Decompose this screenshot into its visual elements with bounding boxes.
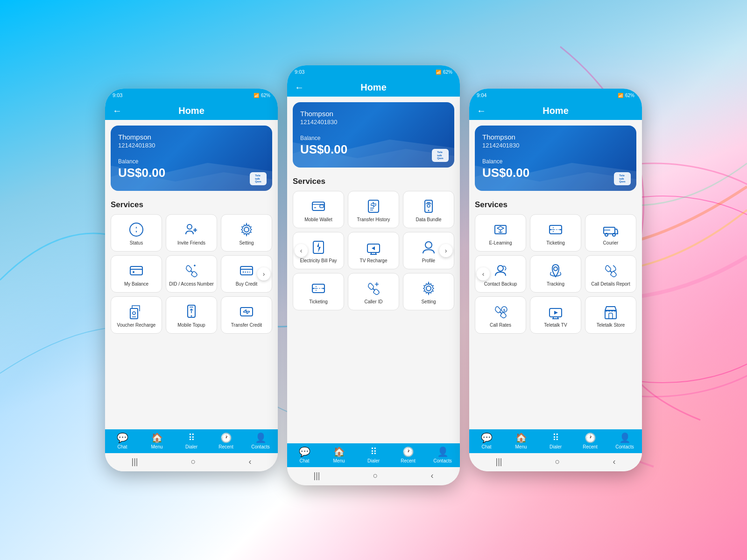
svg-rect-11 bbox=[240, 266, 253, 275]
phone-bottom-left: ||| ○ ‹ bbox=[105, 453, 278, 471]
nav-recent-right[interactable]: 🕐 Recent bbox=[578, 432, 602, 449]
phone-right: 9:04 📶 62% ← Home Thompson 12142401830 B… bbox=[469, 89, 642, 471]
services-grid-right: E-Learning Ticketing Courier bbox=[475, 214, 636, 334]
service-cdr[interactable]: Call Details Report bbox=[585, 255, 636, 293]
time-left: 9:03 bbox=[113, 92, 122, 98]
balance-label-center: Balance bbox=[300, 135, 447, 141]
back-button-right[interactable]: ← bbox=[477, 105, 486, 116]
balance-amount-right: US$0.00 bbox=[482, 166, 629, 180]
status-bar-left: 9:03 📶 62% bbox=[105, 89, 278, 102]
card-number-left: 12142401830 bbox=[118, 142, 265, 149]
service-mybalance[interactable]: My Balance bbox=[111, 255, 162, 293]
nav-dialer-center[interactable]: ⠿ Dialer bbox=[362, 446, 385, 463]
bottom-nav-center: 💬 Chat 🏠 Menu ⠿ Dialer 🕐 Recent 👤 Contac… bbox=[287, 443, 460, 467]
svg-rect-29 bbox=[313, 241, 324, 253]
svg-point-51 bbox=[554, 267, 557, 271]
service-courier[interactable]: Courier bbox=[585, 214, 636, 252]
balance-card-right: Thompson 12142401830 Balance US$0.00 Tel… bbox=[475, 126, 636, 191]
services-title-center: Services bbox=[293, 177, 454, 186]
svg-rect-19 bbox=[240, 308, 253, 316]
service-transfer-history[interactable]: Transfer History bbox=[348, 191, 399, 228]
time-center: 9:03 bbox=[295, 69, 304, 75]
back-button-center[interactable]: ← bbox=[295, 82, 304, 93]
nav-menu-left[interactable]: 🏠 Menu bbox=[145, 432, 169, 449]
nav-menu-center[interactable]: 🏠 Menu bbox=[327, 446, 351, 463]
balance-label-left: Balance bbox=[118, 158, 265, 165]
card-name-right: Thompson bbox=[482, 133, 629, 141]
service-tv-recharge[interactable]: TV Recharge bbox=[348, 232, 399, 269]
phone-center: 9:03 📶 62% ← Home Thompson 12142401830 B… bbox=[287, 65, 460, 485]
svg-point-7 bbox=[244, 227, 249, 232]
phone-bottom-right: ||| ○ ‹ bbox=[469, 453, 642, 471]
svg-point-34 bbox=[425, 242, 432, 248]
teletalk-logo-left: TeletalkQem bbox=[250, 172, 267, 185]
teletalk-logo-right: TeletalkQem bbox=[614, 172, 631, 185]
bottom-nav-left: 💬 Chat 🏠 Menu ⠿ Dialer 🕐 Recent 👤 Contac… bbox=[105, 429, 278, 453]
nav-contacts-left[interactable]: 👤 Contacts bbox=[249, 432, 272, 449]
nav-dialer-left[interactable]: ⠿ Dialer bbox=[180, 432, 203, 449]
service-ticketing-right[interactable]: Ticketing bbox=[530, 214, 581, 252]
services-left: Services Status Invite bbox=[105, 196, 278, 429]
svg-point-40 bbox=[426, 286, 431, 291]
service-mobiletopup[interactable]: Mobile Topup bbox=[166, 296, 217, 334]
svg-point-18 bbox=[191, 315, 192, 317]
svg-point-27 bbox=[427, 204, 430, 207]
svg-rect-60 bbox=[609, 313, 613, 319]
services-title-right: Services bbox=[475, 200, 636, 210]
service-data-bundle[interactable]: Data Bundle bbox=[403, 191, 454, 228]
teletalk-logo-center: TeletalkQem bbox=[432, 149, 449, 162]
service-ticketing-center[interactable]: Ticketing bbox=[293, 273, 344, 310]
svg-point-50 bbox=[498, 266, 503, 271]
service-setting-center[interactable]: Setting bbox=[403, 273, 454, 310]
nav-contacts-center[interactable]: 👤 Contacts bbox=[431, 446, 454, 463]
phone-left: 9:03 📶 62% ← Home Thompson 12142401830 B… bbox=[105, 89, 278, 471]
top-bar-right: ← Home bbox=[469, 102, 642, 120]
balance-amount-left: US$0.00 bbox=[118, 166, 265, 180]
service-status[interactable]: Status bbox=[111, 214, 162, 252]
time-right: 9:04 bbox=[477, 92, 486, 98]
page-title-right: Home bbox=[543, 105, 569, 116]
svg-point-3 bbox=[135, 228, 138, 231]
nav-dialer-right[interactable]: ⠿ Dialer bbox=[544, 432, 567, 449]
page-title-left: Home bbox=[178, 105, 204, 116]
prev-arrow-center[interactable]: ‹ bbox=[295, 244, 308, 257]
service-transfercredit[interactable]: Transfer Credit bbox=[221, 296, 272, 334]
service-teletalk-tv[interactable]: Teletalk TV bbox=[530, 296, 581, 334]
service-mobile-wallet[interactable]: Mobile Wallet bbox=[293, 191, 344, 228]
svg-point-4 bbox=[187, 224, 192, 229]
services-grid-center: Mobile Wallet Transfer History bbox=[293, 191, 454, 310]
balance-card-left: Thompson 12142401830 Balance US$0.00 Tel… bbox=[111, 126, 272, 191]
nav-chat-left[interactable]: 💬 Chat bbox=[111, 432, 134, 449]
next-arrow-center[interactable]: › bbox=[439, 244, 452, 257]
card-name-left: Thompson bbox=[118, 133, 265, 141]
nav-recent-left[interactable]: 🕐 Recent bbox=[214, 432, 238, 449]
back-button-left[interactable]: ← bbox=[113, 105, 122, 116]
svg-rect-21 bbox=[320, 205, 324, 208]
nav-chat-right[interactable]: 💬 Chat bbox=[475, 432, 498, 449]
next-arrow-left[interactable]: › bbox=[257, 267, 270, 280]
service-did[interactable]: DID / Access Number bbox=[166, 255, 217, 293]
service-setting[interactable]: Setting bbox=[221, 214, 272, 252]
svg-point-28 bbox=[428, 210, 430, 211]
service-invite[interactable]: Invite Friends bbox=[166, 214, 217, 252]
service-tracking[interactable]: Tracking bbox=[530, 255, 581, 293]
svg-rect-8 bbox=[130, 266, 142, 275]
top-bar-left: ← Home bbox=[105, 102, 278, 120]
service-elearning[interactable]: E-Learning bbox=[475, 214, 526, 252]
service-voucher[interactable]: Voucher Recharge bbox=[111, 296, 162, 334]
nav-contacts-right[interactable]: 👤 Contacts bbox=[613, 432, 636, 449]
service-call-rates[interactable]: $ Call Rates bbox=[475, 296, 526, 334]
svg-rect-46 bbox=[604, 227, 615, 234]
service-callerid[interactable]: Caller ID bbox=[348, 273, 399, 310]
balance-card-center: Thompson 12142401830 Balance US$0.00 Tel… bbox=[293, 102, 454, 168]
page-title-center: Home bbox=[360, 82, 387, 93]
nav-chat-center[interactable]: 💬 Chat bbox=[293, 446, 316, 463]
prev-arrow-right[interactable]: ‹ bbox=[477, 267, 490, 280]
services-title-left: Services bbox=[111, 200, 272, 210]
nav-menu-right[interactable]: 🏠 Menu bbox=[509, 432, 533, 449]
service-teletalk-store[interactable]: Teletalk Store bbox=[585, 296, 636, 334]
top-bar-center: ← Home bbox=[287, 78, 460, 97]
nav-recent-center[interactable]: 🕐 Recent bbox=[396, 446, 420, 463]
svg-point-14 bbox=[133, 312, 135, 315]
services-center: Services ‹ Mobile Wallet bbox=[287, 173, 460, 443]
